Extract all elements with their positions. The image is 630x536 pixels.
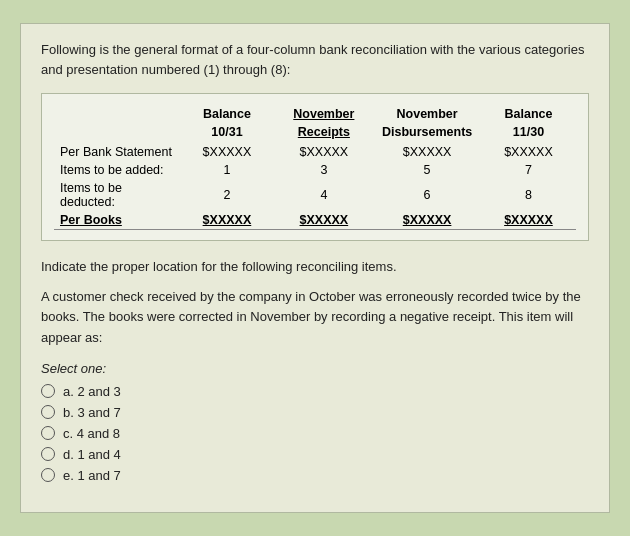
cell-bank-1: $XXXXX <box>274 143 373 161</box>
cell-books-1: $XXXXX <box>274 211 373 230</box>
reconciliation-table: Balance 10/31 November Receipts November… <box>54 104 576 230</box>
question-text: A customer check received by the company… <box>41 287 589 349</box>
option-b[interactable]: b. 3 and 7 <box>41 405 589 420</box>
radio-b[interactable] <box>41 405 55 419</box>
col-header-balance-1130: Balance 11/30 <box>481 104 576 143</box>
cell-add-1: 3 <box>274 161 373 179</box>
table-row: Items to be added: 1 3 5 7 <box>54 161 576 179</box>
cell-bank-0: $XXXXX <box>179 143 274 161</box>
cell-books-3: $XXXXX <box>481 211 576 230</box>
option-e-label: e. 1 and 7 <box>63 468 121 483</box>
main-card: Following is the general format of a fou… <box>20 23 610 513</box>
row-label-bank: Per Bank Statement <box>54 143 179 161</box>
cell-deduct-2: 6 <box>373 179 481 211</box>
cell-add-3: 7 <box>481 161 576 179</box>
col-header-balance-1031: Balance 10/31 <box>179 104 274 143</box>
option-a-label: a. 2 and 3 <box>63 384 121 399</box>
cell-bank-2: $XXXXX <box>373 143 481 161</box>
option-e[interactable]: e. 1 and 7 <box>41 468 589 483</box>
indicate-text: Indicate the proper location for the fol… <box>41 257 589 277</box>
intro-text: Following is the general format of a fou… <box>41 40 589 79</box>
option-c-label: c. 4 and 8 <box>63 426 120 441</box>
option-a[interactable]: a. 2 and 3 <box>41 384 589 399</box>
table-container: Balance 10/31 November Receipts November… <box>41 93 589 241</box>
option-d[interactable]: d. 1 and 4 <box>41 447 589 462</box>
table-row: Per Books $XXXXX $XXXXX $XXXXX $XXXXX <box>54 211 576 230</box>
option-c[interactable]: c. 4 and 8 <box>41 426 589 441</box>
row-label-books: Per Books <box>54 211 179 230</box>
select-label: Select one: <box>41 361 589 376</box>
table-row: Per Bank Statement $XXXXX $XXXXX $XXXXX … <box>54 143 576 161</box>
cell-deduct-1: 4 <box>274 179 373 211</box>
radio-e[interactable] <box>41 468 55 482</box>
cell-add-2: 5 <box>373 161 481 179</box>
option-b-label: b. 3 and 7 <box>63 405 121 420</box>
cell-bank-3: $XXXXX <box>481 143 576 161</box>
cell-books-0: $XXXXX <box>179 211 274 230</box>
cell-books-2: $XXXXX <box>373 211 481 230</box>
col-header-nov-receipts: November Receipts <box>274 104 373 143</box>
col-header-blank <box>54 104 179 143</box>
options-list: a. 2 and 3 b. 3 and 7 c. 4 and 8 d. 1 an… <box>41 384 589 483</box>
cell-deduct-3: 8 <box>481 179 576 211</box>
cell-add-0: 1 <box>179 161 274 179</box>
row-label-add: Items to be added: <box>54 161 179 179</box>
radio-a[interactable] <box>41 384 55 398</box>
col-header-nov-disbursements: November Disbursements <box>373 104 481 143</box>
table-row: Items to be deducted: 2 4 6 8 <box>54 179 576 211</box>
radio-d[interactable] <box>41 447 55 461</box>
option-d-label: d. 1 and 4 <box>63 447 121 462</box>
radio-c[interactable] <box>41 426 55 440</box>
row-label-deduct: Items to be deducted: <box>54 179 179 211</box>
cell-deduct-0: 2 <box>179 179 274 211</box>
